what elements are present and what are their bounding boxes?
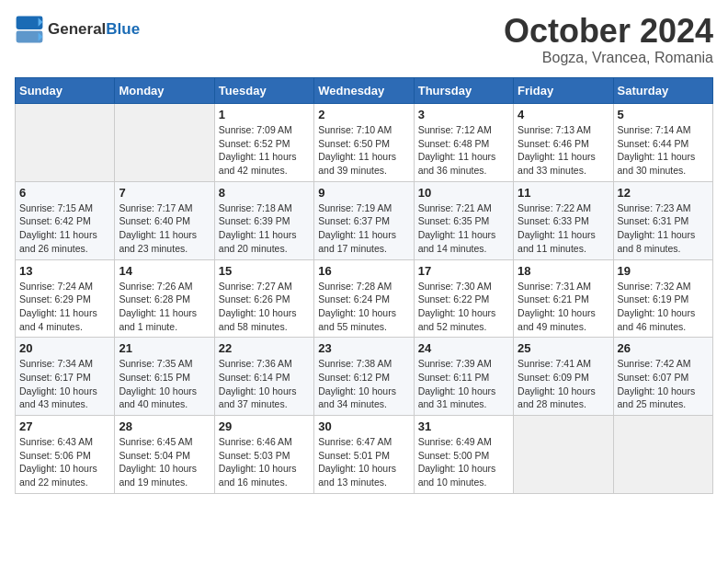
day-number: 9 [318,186,409,200]
day-info: Sunrise: 7:31 AMSunset: 6:21 PMDaylight:… [518,280,609,334]
calendar-week-1: 1Sunrise: 7:09 AMSunset: 6:52 PMDaylight… [16,104,713,182]
day-number: 24 [418,341,509,355]
calendar-cell: 14Sunrise: 7:26 AMSunset: 6:28 PMDayligh… [115,259,214,338]
day-number: 19 [618,264,709,278]
calendar-cell: 19Sunrise: 7:32 AMSunset: 6:19 PMDayligh… [613,259,712,338]
calendar-cell: 31Sunrise: 6:49 AMSunset: 5:00 PMDayligh… [414,416,513,494]
day-info: Sunrise: 7:22 AMSunset: 6:33 PMDaylight:… [518,201,609,256]
calendar-cell: 24Sunrise: 7:39 AMSunset: 6:11 PMDayligh… [414,338,513,416]
day-info: Sunrise: 7:30 AMSunset: 6:22 PMDaylight:… [418,280,509,334]
calendar-week-5: 27Sunrise: 6:43 AMSunset: 5:06 PMDayligh… [16,416,713,494]
day-info: Sunrise: 7:19 AMSunset: 6:37 PMDaylight:… [318,201,409,256]
logo-icon [15,15,44,44]
day-info: Sunrise: 6:43 AMSunset: 5:06 PMDaylight:… [19,435,110,489]
day-number: 6 [19,186,110,200]
day-info: Sunrise: 7:12 AMSunset: 6:48 PMDaylight:… [418,123,509,178]
day-info: Sunrise: 7:23 AMSunset: 6:31 PMDaylight:… [618,201,709,256]
day-info: Sunrise: 7:10 AMSunset: 6:50 PMDaylight:… [318,123,409,178]
day-number: 13 [19,264,110,278]
day-info: Sunrise: 7:21 AMSunset: 6:35 PMDaylight:… [418,201,509,256]
calendar-cell: 10Sunrise: 7:21 AMSunset: 6:35 PMDayligh… [414,181,513,259]
calendar-week-2: 6Sunrise: 7:15 AMSunset: 6:42 PMDaylight… [16,181,713,259]
calendar-cell: 18Sunrise: 7:31 AMSunset: 6:21 PMDayligh… [514,259,613,338]
calendar-cell [514,416,613,494]
calendar-cell: 9Sunrise: 7:19 AMSunset: 6:37 PMDaylight… [314,181,414,259]
day-info: Sunrise: 7:28 AMSunset: 6:24 PMDaylight:… [318,280,409,334]
calendar-cell: 30Sunrise: 6:47 AMSunset: 5:01 PMDayligh… [314,416,414,494]
calendar-cell: 17Sunrise: 7:30 AMSunset: 6:22 PMDayligh… [414,259,513,338]
day-info: Sunrise: 7:35 AMSunset: 6:15 PMDaylight:… [119,357,210,411]
day-number: 23 [318,341,409,355]
month-title: October 2024 [504,15,713,48]
day-info: Sunrise: 7:26 AMSunset: 6:28 PMDaylight:… [119,280,210,334]
calendar-cell: 3Sunrise: 7:12 AMSunset: 6:48 PMDaylight… [414,104,513,182]
day-info: Sunrise: 7:42 AMSunset: 6:07 PMDaylight:… [618,357,709,411]
calendar-cell: 16Sunrise: 7:28 AMSunset: 6:24 PMDayligh… [314,259,414,338]
header-day-friday: Friday [514,78,613,104]
title-area: October 2024 Bogza, Vrancea, Romania [504,15,713,66]
day-info: Sunrise: 7:34 AMSunset: 6:17 PMDaylight:… [19,357,110,411]
header-day-monday: Monday [115,78,214,104]
day-number: 12 [618,186,709,200]
header-day-wednesday: Wednesday [314,78,414,104]
calendar-cell: 1Sunrise: 7:09 AMSunset: 6:52 PMDaylight… [214,104,313,182]
day-number: 8 [219,186,310,200]
calendar-cell: 2Sunrise: 7:10 AMSunset: 6:50 PMDaylight… [314,104,414,182]
calendar-cell: 4Sunrise: 7:13 AMSunset: 6:46 PMDaylight… [514,104,613,182]
day-number: 28 [119,419,210,433]
day-info: Sunrise: 6:49 AMSunset: 5:00 PMDaylight:… [418,435,509,489]
day-number: 31 [418,419,509,433]
calendar-cell: 8Sunrise: 7:18 AMSunset: 6:39 PMDaylight… [214,181,313,259]
calendar-cell: 28Sunrise: 6:45 AMSunset: 5:04 PMDayligh… [115,416,214,494]
day-number: 11 [518,186,609,200]
day-info: Sunrise: 7:27 AMSunset: 6:26 PMDaylight:… [219,280,310,334]
header: GeneralBlue October 2024 Bogza, Vrancea,… [15,15,713,66]
day-number: 20 [19,341,110,355]
calendar-cell: 11Sunrise: 7:22 AMSunset: 6:33 PMDayligh… [514,181,613,259]
day-number: 22 [219,341,310,355]
day-number: 1 [219,108,310,121]
calendar-cell: 5Sunrise: 7:14 AMSunset: 6:44 PMDaylight… [613,104,712,182]
day-info: Sunrise: 7:17 AMSunset: 6:40 PMDaylight:… [119,201,210,256]
calendar-cell: 29Sunrise: 6:46 AMSunset: 5:03 PMDayligh… [214,416,313,494]
day-number: 17 [418,264,509,278]
header-day-saturday: Saturday [613,78,712,104]
location-title: Bogza, Vrancea, Romania [504,50,713,66]
day-info: Sunrise: 7:39 AMSunset: 6:11 PMDaylight:… [418,357,509,411]
day-number: 16 [318,264,409,278]
calendar-header-row: SundayMondayTuesdayWednesdayThursdayFrid… [16,78,713,104]
day-info: Sunrise: 7:38 AMSunset: 6:12 PMDaylight:… [318,357,409,411]
calendar-week-3: 13Sunrise: 7:24 AMSunset: 6:29 PMDayligh… [16,259,713,338]
day-number: 27 [19,419,110,433]
calendar-cell: 22Sunrise: 7:36 AMSunset: 6:14 PMDayligh… [214,338,313,416]
logo-text: GeneralBlue [48,20,140,39]
header-day-thursday: Thursday [414,78,513,104]
day-info: Sunrise: 7:41 AMSunset: 6:09 PMDaylight:… [518,357,609,411]
day-number: 25 [518,341,609,355]
header-day-tuesday: Tuesday [214,78,313,104]
logo: GeneralBlue [15,15,140,44]
header-day-sunday: Sunday [16,78,115,104]
day-info: Sunrise: 7:15 AMSunset: 6:42 PMDaylight:… [19,201,110,256]
calendar-cell: 12Sunrise: 7:23 AMSunset: 6:31 PMDayligh… [613,181,712,259]
day-info: Sunrise: 7:24 AMSunset: 6:29 PMDaylight:… [19,280,110,334]
day-info: Sunrise: 7:18 AMSunset: 6:39 PMDaylight:… [219,201,310,256]
calendar-cell: 26Sunrise: 7:42 AMSunset: 6:07 PMDayligh… [613,338,712,416]
calendar-cell: 7Sunrise: 7:17 AMSunset: 6:40 PMDaylight… [115,181,214,259]
calendar-cell: 25Sunrise: 7:41 AMSunset: 6:09 PMDayligh… [514,338,613,416]
calendar-cell [613,416,712,494]
day-number: 29 [219,419,310,433]
day-info: Sunrise: 7:09 AMSunset: 6:52 PMDaylight:… [219,123,310,178]
day-number: 14 [119,264,210,278]
calendar-cell: 15Sunrise: 7:27 AMSunset: 6:26 PMDayligh… [214,259,313,338]
calendar-week-4: 20Sunrise: 7:34 AMSunset: 6:17 PMDayligh… [16,338,713,416]
calendar-cell: 13Sunrise: 7:24 AMSunset: 6:29 PMDayligh… [16,259,115,338]
calendar-cell [16,104,115,182]
day-info: Sunrise: 7:36 AMSunset: 6:14 PMDaylight:… [219,357,310,411]
day-number: 7 [119,186,210,200]
calendar-cell: 27Sunrise: 6:43 AMSunset: 5:06 PMDayligh… [16,416,115,494]
day-number: 21 [119,341,210,355]
calendar-cell: 23Sunrise: 7:38 AMSunset: 6:12 PMDayligh… [314,338,414,416]
day-number: 2 [318,108,409,121]
calendar-table: SundayMondayTuesdayWednesdayThursdayFrid… [15,77,713,494]
